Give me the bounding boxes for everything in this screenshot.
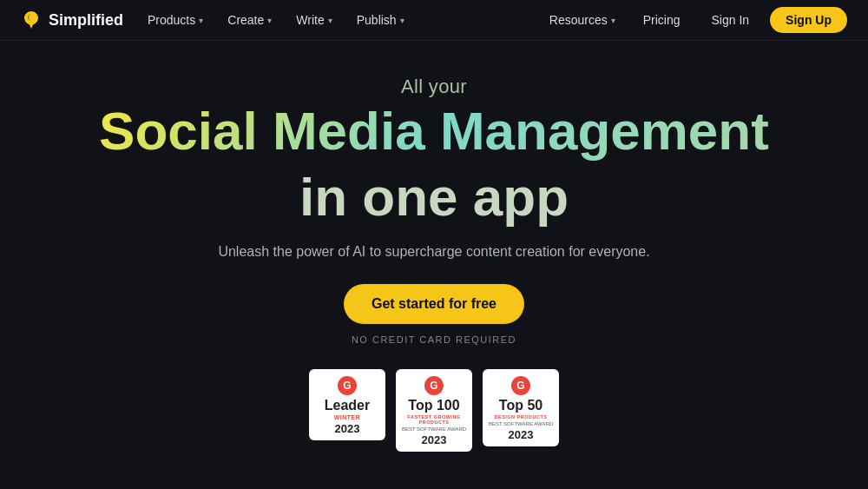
badge-2-year: 2023 [422, 433, 447, 446]
g2-logo-3: G [511, 376, 530, 395]
badge-2-desc: BEST SOFTWARE AWARD [402, 426, 466, 433]
hero-description: Unleash the power of AI to supercharge c… [218, 244, 649, 260]
badge-3-sub: Design Products [495, 414, 548, 420]
nav-create[interactable]: Create ▾ [217, 0, 282, 41]
badge-1-title: Leader [325, 399, 370, 413]
badge-3-title: Top 50 [499, 399, 542, 413]
navbar: Simplified Products ▾ Create ▾ Write ▾ P… [0, 0, 868, 41]
publish-chevron-icon: ▾ [400, 16, 404, 25]
no-cc-text: NO CREDIT CARD REQUIRED [352, 334, 516, 345]
signup-button[interactable]: Sign Up [770, 7, 847, 33]
badge-1-sub: WINTER [334, 414, 361, 420]
nav-pricing[interactable]: Pricing [633, 0, 691, 41]
badge-1-year: 2023 [335, 422, 360, 435]
badge-2-title: Top 100 [408, 399, 459, 413]
hero-line2: Social Media Management [99, 102, 769, 161]
nav-right: Resources ▾ Pricing Sign In Sign Up [539, 0, 847, 41]
hero-line3: in one app [299, 168, 569, 227]
badge-top100: G Top 100 Fastest Growing Products BEST … [396, 369, 472, 452]
brand-icon [21, 10, 42, 30]
nav-left: Simplified Products ▾ Create ▾ Write ▾ P… [21, 0, 415, 41]
nav-resources[interactable]: Resources ▾ [539, 0, 626, 41]
write-chevron-icon: ▾ [328, 16, 332, 25]
badge-2-sub: Fastest Growing Products [401, 414, 467, 425]
brand-logo[interactable]: Simplified [21, 10, 123, 30]
nav-resources-label: Resources [549, 13, 608, 27]
nav-pricing-label: Pricing [643, 13, 681, 27]
badge-leader: G Leader WINTER 2023 [309, 369, 385, 440]
g2-logo-1: G [338, 376, 357, 395]
brand-name: Simplified [49, 11, 123, 30]
nav-write[interactable]: Write ▾ [286, 0, 342, 41]
hero-section: All your Social Media Management in one … [0, 41, 868, 469]
hero-line1: All your [401, 76, 467, 98]
badges-container: G Leader WINTER 2023 G Top 100 Fastest G… [309, 369, 559, 452]
nav-products-label: Products [148, 13, 195, 27]
g2-logo-2: G [424, 376, 444, 395]
badge-3-desc: BEST SOFTWARE AWARD [489, 421, 553, 428]
nav-publish-label: Publish [357, 13, 397, 27]
badge-top50: G Top 50 Design Products BEST SOFTWARE A… [483, 369, 559, 446]
cta-button[interactable]: Get started for free [344, 284, 524, 324]
nav-create-label: Create [227, 13, 264, 27]
nav-products[interactable]: Products ▾ [137, 0, 214, 41]
create-chevron-icon: ▾ [267, 16, 272, 25]
nav-publish[interactable]: Publish ▾ [346, 0, 415, 41]
resources-chevron-icon: ▾ [611, 16, 615, 25]
signin-button[interactable]: Sign In [698, 7, 764, 33]
products-chevron-icon: ▾ [199, 16, 203, 25]
badge-3-year: 2023 [509, 428, 534, 441]
nav-write-label: Write [296, 13, 324, 27]
